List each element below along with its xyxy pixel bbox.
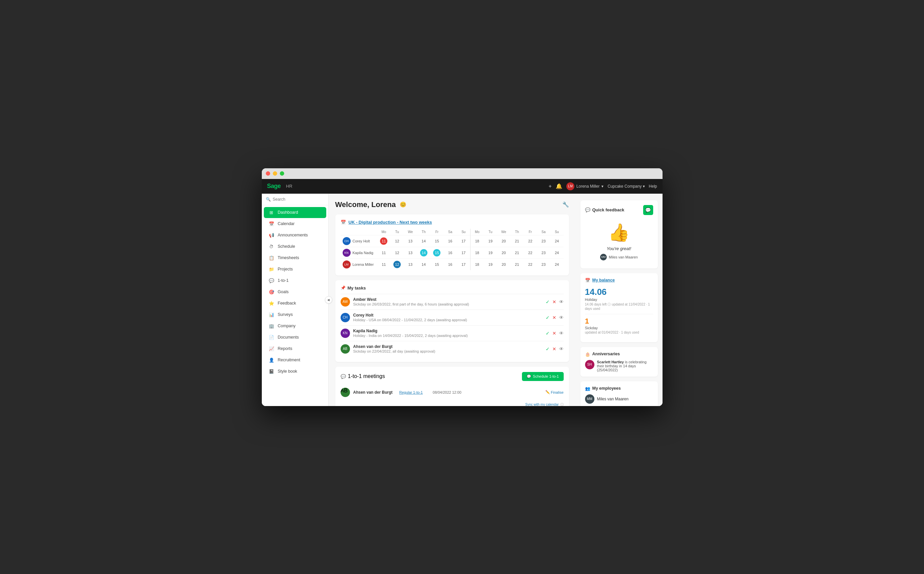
sidebar-item-timesheets[interactable]: 📋 Timesheets bbox=[264, 252, 326, 263]
calendar-icon: 📅 bbox=[268, 221, 274, 226]
employees-title-link[interactable]: My employees bbox=[593, 386, 621, 391]
sidebar-label-projects: Projects bbox=[278, 267, 293, 271]
sidebar-item-surveys[interactable]: 📊 Surveys bbox=[264, 309, 326, 320]
sidebar-nav: ⊞ Dashboard 📅 Calendar 📢 Announcements bbox=[262, 205, 328, 406]
schedule-title[interactable]: UK - Digital production - Next two weeks bbox=[348, 220, 432, 225]
help-link[interactable]: Help bbox=[649, 184, 657, 189]
minimize-btn[interactable] bbox=[273, 171, 277, 176]
qf-message: You're great! bbox=[607, 246, 631, 251]
schedule-1to1-icon: 💬 bbox=[527, 374, 531, 378]
sidebar-label-dashboard: Dashboard bbox=[278, 210, 298, 215]
add-icon[interactable]: + bbox=[549, 183, 552, 189]
avatar-kapila: KN bbox=[343, 249, 351, 257]
finalise-btn[interactable]: ✏️ Finalise bbox=[545, 390, 564, 394]
schedule-card: 📅 UK - Digital production - Next two wee… bbox=[335, 214, 569, 276]
announcements-icon: 📢 bbox=[268, 233, 274, 238]
stylebook-icon: 📓 bbox=[268, 369, 274, 374]
task-actions-amber: ✓ ✕ 👁 bbox=[546, 299, 564, 304]
sidebar-label-surveys: Surveys bbox=[278, 312, 293, 317]
projects-icon: 📁 bbox=[268, 267, 274, 272]
employees-title: 👥 My employees bbox=[585, 386, 653, 391]
name-kapila: Kapila Nadig bbox=[353, 251, 373, 255]
qf-header: 💬 Quick feedback 💬 bbox=[585, 205, 653, 215]
approve-btn-ahsen[interactable]: ✓ bbox=[546, 346, 550, 352]
schedule-1to1-label: Schedule 1-to-1 bbox=[533, 374, 559, 378]
sidebar-label-calendar: Calendar bbox=[278, 221, 295, 226]
sickday-sub: updated at 01/04/2022 · 1 days used bbox=[585, 331, 653, 334]
sidebar-item-1to1[interactable]: 💬 1-to-1 bbox=[264, 275, 326, 286]
meeting-type[interactable]: Regular 1-to-1 bbox=[399, 390, 423, 394]
employees-icon: 👥 bbox=[585, 386, 590, 391]
employee-name: Miles van Maaren bbox=[597, 397, 629, 401]
schedule-row-kapila: KN Kapila Nadig 11 12 13 14 15 16 bbox=[341, 247, 564, 259]
sidebar-item-announcements[interactable]: 📢 Announcements bbox=[264, 230, 326, 241]
info-icon: ⓘ bbox=[560, 403, 564, 406]
view-btn-corey[interactable]: 👁 bbox=[559, 315, 564, 320]
meeting-name: Ahsen van der Burgt bbox=[353, 390, 393, 395]
sidebar-item-dashboard[interactable]: ⊞ Dashboard bbox=[264, 207, 326, 218]
settings-icon[interactable]: 🔧 bbox=[562, 201, 569, 208]
sidebar-item-documents[interactable]: 📄 Documents bbox=[264, 332, 326, 343]
anniv-name: Scarlett Hartley bbox=[597, 360, 624, 364]
sidebar-item-stylebook[interactable]: 📓 Style book bbox=[264, 366, 326, 377]
task-item: AW Amber West Sickday on 26/03/2022, fir… bbox=[341, 294, 564, 309]
bell-icon[interactable]: 🔔 bbox=[556, 183, 562, 189]
schedule-1to1-button[interactable]: 💬 Schedule 1-to-1 bbox=[522, 372, 564, 381]
company-menu[interactable]: Cupcake Company ▾ bbox=[607, 184, 645, 189]
anniversaries-title: 🎂 Anniversaries bbox=[585, 352, 653, 356]
qf-from: MM Miles van Maaren bbox=[600, 254, 638, 260]
sidebar-item-projects[interactable]: 📁 Projects bbox=[264, 264, 326, 275]
approve-btn-amber[interactable]: ✓ bbox=[546, 299, 550, 304]
view-btn-kapila[interactable]: 👁 bbox=[559, 331, 564, 336]
task-desc-ahsen: Sickday on 22/04/2022, all day (awaiting… bbox=[353, 349, 542, 353]
task-actions-corey: ✓ ✕ 👁 bbox=[546, 315, 564, 320]
reject-btn-amber[interactable]: ✕ bbox=[552, 299, 557, 304]
approve-btn-corey[interactable]: ✓ bbox=[546, 315, 550, 320]
employee-item: MM Miles van Maaren bbox=[585, 394, 653, 404]
reject-btn-kapila[interactable]: ✕ bbox=[552, 331, 557, 336]
sidebar-label-schedule: Schedule bbox=[278, 244, 295, 249]
task-name-kapila: Kapila Nadig bbox=[353, 329, 542, 333]
qf-action-button[interactable]: 💬 bbox=[643, 205, 653, 215]
dashboard-icon: ⊞ bbox=[268, 210, 274, 215]
sidebar-item-recruitment[interactable]: 👤 Recruitment bbox=[264, 355, 326, 366]
sidebar-collapse-button[interactable]: ◀ bbox=[325, 296, 332, 304]
avatar-lorena: LM bbox=[343, 260, 351, 268]
approve-btn-kapila[interactable]: ✓ bbox=[546, 331, 550, 336]
reject-btn-ahsen[interactable]: ✕ bbox=[552, 346, 557, 352]
sync-calendar-link[interactable]: Sync with my calendar bbox=[525, 403, 559, 406]
holiday-sub: 14.06 days left ⓘ updated at 11/04/2022 … bbox=[585, 302, 653, 311]
sidebar-search-container: 🔍 bbox=[262, 194, 328, 205]
meetings-title[interactable]: 1-to-1 meetings bbox=[348, 373, 385, 379]
sidebar-item-schedule[interactable]: ⏱ Schedule bbox=[264, 241, 326, 252]
reject-btn-corey[interactable]: ✕ bbox=[552, 315, 557, 320]
meetings-header: 💬 1-to-1 meetings 💬 Schedule 1-to-1 bbox=[341, 372, 564, 381]
close-btn[interactable] bbox=[266, 171, 270, 176]
sidebar-item-calendar[interactable]: 📅 Calendar bbox=[264, 218, 326, 229]
user-dropdown-icon: ▾ bbox=[601, 184, 604, 189]
fullscreen-btn[interactable] bbox=[280, 171, 284, 176]
sidebar-item-reports[interactable]: 📈 Reports bbox=[264, 343, 326, 354]
sidebar-item-company[interactable]: 🏢 Company bbox=[264, 320, 326, 331]
balance-title-link[interactable]: My balance bbox=[593, 278, 615, 282]
meeting-time: 08/04/2022 12:00 bbox=[433, 390, 542, 394]
goals-icon: 🎯 bbox=[268, 290, 274, 295]
user-menu[interactable]: LM Lorena Miller ▾ bbox=[566, 182, 604, 190]
top-nav-actions: + 🔔 LM Lorena Miller ▾ Cupcake Company ▾… bbox=[549, 182, 657, 190]
sidebar-label-announcements: Announcements bbox=[278, 233, 308, 237]
sidebar-item-goals[interactable]: 🎯 Goals bbox=[264, 287, 326, 298]
view-btn-ahsen[interactable]: 👁 bbox=[559, 346, 564, 352]
day-11-corey: 11 bbox=[380, 237, 387, 245]
task-actions-kapila: ✓ ✕ 👁 bbox=[546, 331, 564, 336]
qf-title-text: Quick feedback bbox=[593, 207, 624, 212]
search-input[interactable] bbox=[273, 197, 324, 202]
qf-content: 👍 You're great! MM Miles van Maaren bbox=[585, 220, 653, 264]
task-actions-ahsen: ✓ ✕ 👁 bbox=[546, 346, 564, 352]
meetings-card: 💬 1-to-1 meetings 💬 Schedule 1-to-1 AB A… bbox=[335, 367, 569, 406]
view-btn-amber[interactable]: 👁 bbox=[559, 299, 564, 304]
sidebar-item-feedback[interactable]: ⭐ Feedback bbox=[264, 298, 326, 309]
task-info-amber: Amber West Sickday on 26/03/2022, first … bbox=[353, 297, 542, 306]
sickday-label: Sickday bbox=[585, 326, 653, 330]
feedback-icon: ⭐ bbox=[268, 301, 274, 306]
task-desc-corey: Holiday - USA on 08/04/2022 - 11/04/2022… bbox=[353, 318, 542, 322]
